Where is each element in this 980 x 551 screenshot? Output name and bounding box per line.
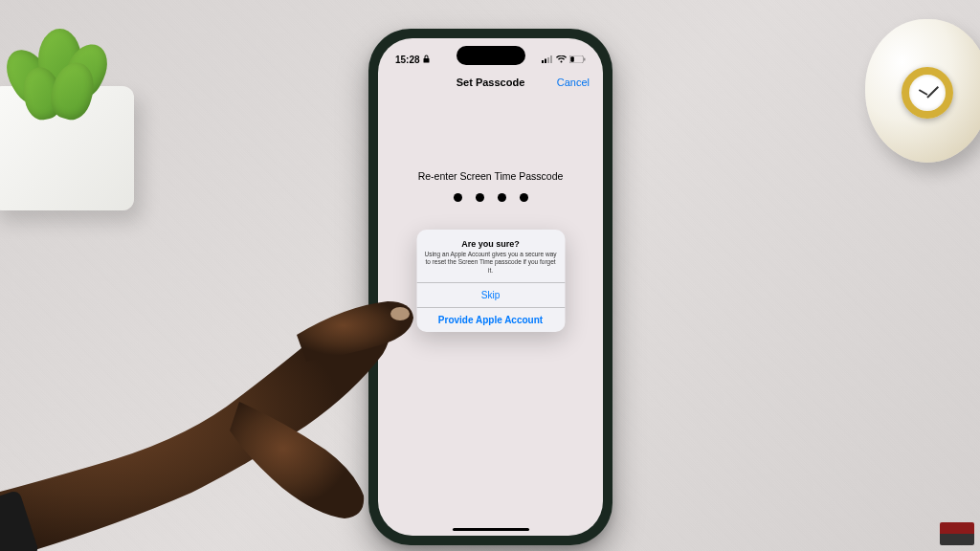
desk-plant — [0, 38, 153, 210]
alert-title: Are you sure? — [424, 239, 557, 249]
desk-clock-ornament — [865, 19, 980, 210]
video-watermark — [940, 522, 974, 545]
svg-rect-8 — [0, 490, 39, 551]
marble-orb — [865, 19, 980, 163]
user-hand — [0, 249, 421, 551]
provide-apple-account-button[interactable]: Provide Apple Account — [416, 307, 565, 332]
succulent — [0, 19, 124, 124]
iphone-device: 15:28 Set Passcode Cancel — [368, 29, 612, 545]
clock-face — [902, 67, 953, 119]
skip-button[interactable]: Skip — [416, 282, 565, 307]
home-indicator[interactable] — [453, 528, 529, 531]
confirmation-alert: Are you sure? Using an Apple Account giv… — [416, 230, 565, 332]
dynamic-island — [457, 46, 525, 65]
phone-screen: 15:28 Set Passcode Cancel — [378, 38, 603, 536]
alert-message: Using an Apple Account gives you a secur… — [424, 251, 557, 275]
